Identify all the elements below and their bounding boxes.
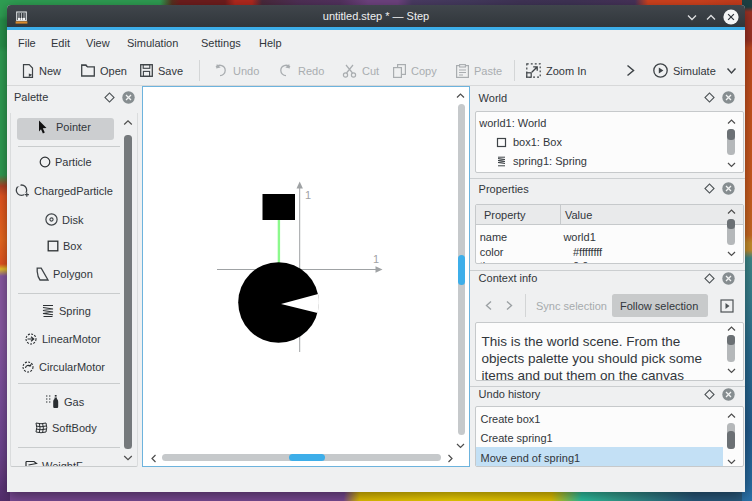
- svg-text:1: 1: [305, 189, 311, 201]
- svg-text:1: 1: [373, 253, 379, 265]
